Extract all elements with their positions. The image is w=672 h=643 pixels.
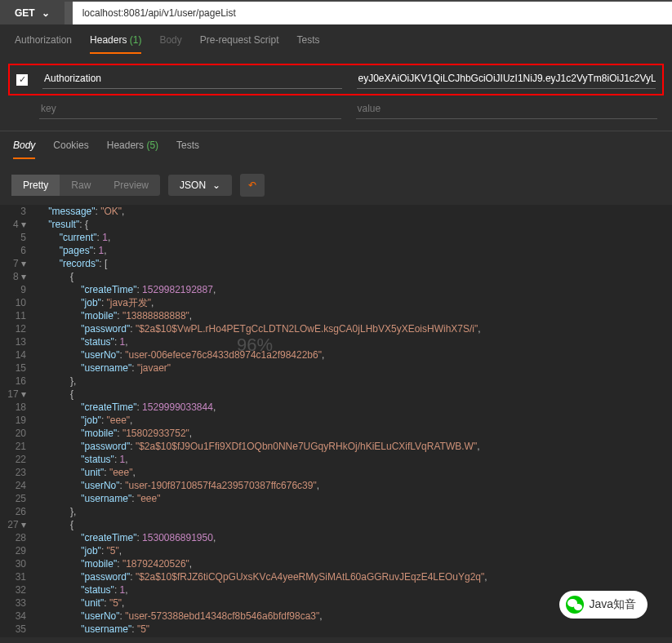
wrap-lines-button[interactable]: ↶ [240,174,265,197]
url-text: localhost:8081/api/v1/user/pageList [82,7,236,19]
view-mode-preview[interactable]: Preview [102,175,160,196]
tab-headers[interactable]: Headers (1) [90,34,141,54]
wechat-label: Java知音 [589,597,636,612]
response-toolbar: Pretty Raw Preview JSON ⌄ ↶ [0,166,672,205]
resp-tab-headers[interactable]: Headers (5) [107,140,158,159]
chevron-down-icon: ⌄ [212,180,220,191]
request-top-bar: GET ⌄ localhost:8081/api/v1/user/pageLis… [0,0,672,24]
header-value-input[interactable]: eyJ0eXAiOiJKV1QiLCJhbGciOiJIUzI1NiJ9.eyJ… [357,70,656,89]
format-select[interactable]: JSON ⌄ [168,175,232,196]
response-tabs: Body Cookies Headers (5) Tests [0,131,672,166]
tab-pre-request[interactable]: Pre-request Script [200,34,279,54]
view-mode-pretty[interactable]: Pretty [11,175,60,196]
view-mode-raw[interactable]: Raw [60,175,102,196]
format-label: JSON [180,180,206,191]
http-method-select[interactable]: GET ⌄ [0,2,65,24]
header-value-placeholder[interactable]: value [356,100,658,119]
url-input[interactable]: localhost:8081/api/v1/user/pageList [73,2,672,24]
http-method-label: GET [15,7,35,19]
wrap-icon: ↶ [248,180,256,191]
tab-authorization[interactable]: Authorization [15,34,72,54]
tab-tests[interactable]: Tests [296,34,319,54]
header-key-placeholder[interactable]: key [39,100,341,119]
wechat-attribution: Java知音 [559,591,648,619]
resp-tab-cookies[interactable]: Cookies [53,140,88,159]
resp-tab-body[interactable]: Body [13,140,35,159]
view-mode-group: Pretty Raw Preview [11,175,160,196]
tab-body[interactable]: Body [159,34,181,54]
resp-tab-tests[interactable]: Tests [176,140,199,159]
wechat-icon [566,596,584,614]
header-key-input[interactable]: Authorization [42,70,342,89]
header-row-highlighted: ✓ Authorization eyJ0eXAiOiJKV1QiLCJhbGci… [8,64,664,95]
code-content: "message": "OK", "result": { "current": … [38,205,672,637]
chevron-down-icon: ⌄ [42,7,50,19]
response-body-code[interactable]: 34 ▾567 ▾8 ▾91011121314151617 ▾181920212… [0,205,672,637]
header-row-empty: key value [39,100,657,119]
line-number-gutter: 34 ▾567 ▾8 ▾91011121314151617 ▾181920212… [0,205,33,637]
header-row-checkbox[interactable]: ✓ [16,74,28,86]
request-tabs: Authorization Headers (1) Body Pre-reque… [0,24,672,60]
